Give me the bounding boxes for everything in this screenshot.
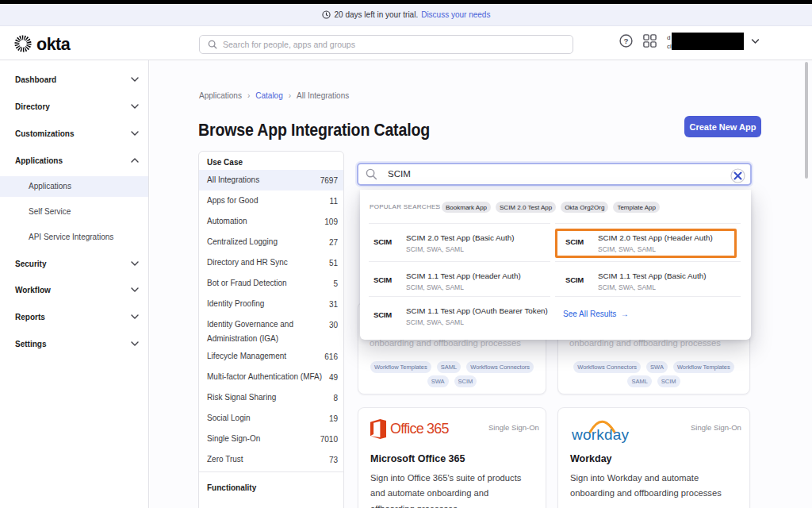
svg-text:?: ? — [623, 37, 628, 45]
